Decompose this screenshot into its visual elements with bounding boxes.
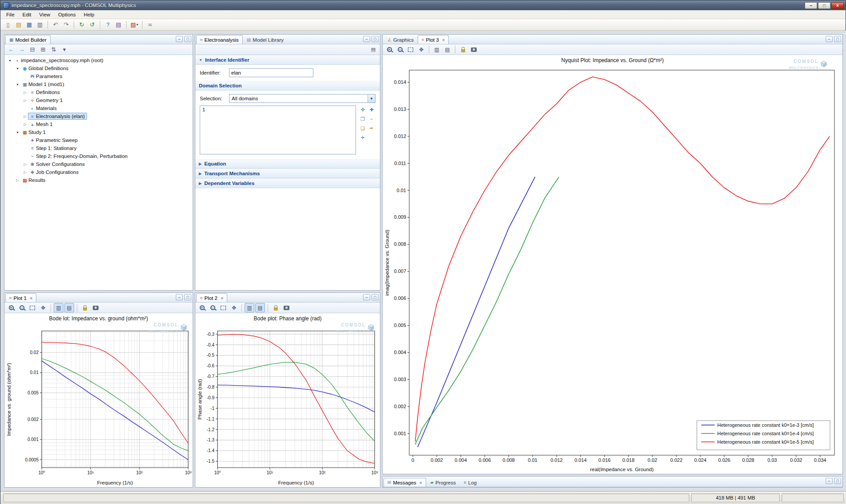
tab-model-library[interactable]: ▤Model Library xyxy=(243,35,288,44)
tree-item-global-definitions[interactable]: ▼◉Global Definitions xyxy=(4,64,193,72)
section-equation[interactable]: ▶Equation xyxy=(195,159,380,169)
tab-progress[interactable]: ▰Progress xyxy=(426,478,460,487)
panel-maximize-button[interactable]: □ xyxy=(834,36,841,42)
y-grid-button[interactable]: ▥ xyxy=(245,303,254,312)
get-initial-values-button[interactable]: ↺ xyxy=(87,20,97,29)
plot3-chart[interactable]: 00.0020.0040.0060.0080.010.0120.0140.016… xyxy=(383,55,842,474)
redo-button[interactable]: ↷ xyxy=(61,20,71,29)
close-tab-icon[interactable]: × xyxy=(221,295,223,301)
tree-item-materials[interactable]: ◐Materials xyxy=(4,104,193,112)
expand-icon[interactable]: ▷ xyxy=(22,98,28,102)
x-grid-button[interactable]: ▤ xyxy=(64,303,74,312)
close-button[interactable]: × xyxy=(831,2,844,9)
show-equation-view-button[interactable]: ▤ xyxy=(369,46,377,54)
x-grid-button[interactable]: ▤ xyxy=(255,303,265,312)
sort-button[interactable]: ⇅ xyxy=(49,45,59,54)
paste-button[interactable]: ❏ xyxy=(359,124,367,132)
plot2-chart[interactable]: 10⁰10¹10²10³-0.3-0.4-0.5-0.6-0.7-0.8-0.9… xyxy=(195,313,380,488)
y-grid-button[interactable]: ▥ xyxy=(432,45,442,54)
expand-icon[interactable]: ▷ xyxy=(22,91,28,94)
panel-minimize-button[interactable]: – xyxy=(176,36,183,42)
collapse-all-button[interactable]: ⊟ xyxy=(28,45,37,54)
tree-item-root[interactable]: ▼▪impedance_spectroscopy.mph (root) xyxy=(4,56,193,64)
zoom-box-button[interactable] xyxy=(218,303,228,312)
close-tab-icon[interactable]: × xyxy=(30,295,32,301)
menu-help[interactable]: Help xyxy=(80,11,99,18)
forward-button[interactable]: → xyxy=(17,45,27,54)
zoom-out-button[interactable]: − xyxy=(395,45,405,54)
zoom-in-button[interactable]: + xyxy=(6,303,16,312)
tab-plot3[interactable]: ≈Plot 3× xyxy=(418,35,449,44)
activate-selection-button[interactable]: ✜ xyxy=(359,106,367,114)
identifier-input[interactable] xyxy=(229,68,313,77)
title-bar[interactable]: impedance_spectroscopy.mph - COMSOL Mult… xyxy=(0,0,846,10)
zoom-extents-button[interactable]: ✥ xyxy=(38,303,48,312)
tab-plot2[interactable]: ≈Plot 2× xyxy=(196,293,227,302)
collapse-icon[interactable]: ▼ xyxy=(15,83,20,86)
panel-minimize-button[interactable]: – xyxy=(363,294,370,300)
expand-icon[interactable]: ▷ xyxy=(22,122,28,126)
tree-item-geometry1[interactable]: ▷✧Geometry 1 xyxy=(4,96,193,104)
tree-item-study1[interactable]: ▼▦Study 1 xyxy=(4,128,193,136)
zoom-box-button[interactable] xyxy=(28,303,37,312)
panel-maximize-button[interactable]: □ xyxy=(184,294,191,300)
tree-item-parameters[interactable]: PiParameters xyxy=(4,72,193,80)
tree-item-job-configurations[interactable]: ▷❖Job Configurations xyxy=(4,168,193,176)
plot-group-button[interactable]: ▨▾ xyxy=(129,20,139,29)
tree-item-electroanalysis[interactable]: ▷≈Electroanalysis (elan) xyxy=(4,112,193,120)
tab-graphics[interactable]: ∠Graphics xyxy=(383,35,418,44)
zoom-extents-button[interactable]: ✥ xyxy=(229,303,239,312)
documentation-button[interactable]: ▤ xyxy=(114,20,123,29)
menu-file[interactable]: File xyxy=(2,11,19,18)
domain-list-item[interactable]: 1 xyxy=(202,107,353,114)
zoom-extents-button[interactable]: ✥ xyxy=(416,45,426,54)
minimize-button[interactable]: – xyxy=(805,2,817,9)
tree-item-step1[interactable]: =Step 1: Stationary xyxy=(4,144,193,152)
collapse-icon[interactable]: ▼ xyxy=(15,67,20,70)
close-tab-icon[interactable]: × xyxy=(442,37,445,43)
panel-minimize-button[interactable]: – xyxy=(363,36,370,42)
tree-item-model1[interactable]: ▼▣Model 1 (mod1) xyxy=(4,80,193,88)
section-dependent-variables[interactable]: ▶Dependent Variables xyxy=(195,178,380,188)
new-button[interactable]: ▯ xyxy=(3,20,13,29)
copy-button[interactable]: ❐ xyxy=(359,115,367,123)
menu-options[interactable]: Options xyxy=(54,11,80,18)
panel-minimize-button[interactable]: – xyxy=(826,36,833,42)
tab-log[interactable]: ≡Log xyxy=(460,478,481,487)
camera-button[interactable] xyxy=(281,303,291,312)
remove-button[interactable]: − xyxy=(368,115,376,123)
tree-item-step2[interactable]: ~Step 2: Frequency-Domain, Perturbation xyxy=(4,152,193,160)
menu-edit[interactable]: Edit xyxy=(19,11,36,18)
panel-minimize-button[interactable]: – xyxy=(826,478,833,484)
zoom-out-button[interactable]: − xyxy=(17,303,27,312)
lock-button[interactable] xyxy=(271,303,281,312)
collapse-icon[interactable]: ▼ xyxy=(7,59,13,62)
camera-button[interactable] xyxy=(469,45,478,54)
section-transport-mechanisms[interactable]: ▶Transport Mechanisms xyxy=(195,169,380,178)
chevron-down-icon[interactable]: ▼ xyxy=(368,94,375,102)
panel-maximize-button[interactable]: □ xyxy=(372,294,379,300)
x-grid-button[interactable]: ▤ xyxy=(443,45,452,54)
expand-all-button[interactable]: ⊞ xyxy=(38,45,48,54)
zoom-out-button[interactable]: − xyxy=(208,303,217,312)
lock-button[interactable] xyxy=(80,303,90,312)
menu-view[interactable]: View xyxy=(35,11,54,18)
expand-icon[interactable]: ▷ xyxy=(22,162,28,166)
maximize-button[interactable]: □ xyxy=(818,2,830,9)
filter-button[interactable]: ▾ xyxy=(59,45,69,54)
panel-maximize-button[interactable]: □ xyxy=(834,478,841,484)
tree-item-solver-configurations[interactable]: ▷✱Solver Configurations xyxy=(4,160,193,168)
lock-button[interactable] xyxy=(458,45,468,54)
print-button[interactable]: ▥ xyxy=(35,20,45,29)
tab-plot1[interactable]: ≈Plot 1× xyxy=(5,293,36,302)
update-solution-button[interactable]: ↻ xyxy=(77,20,87,29)
back-button[interactable]: ← xyxy=(6,45,16,54)
tab-electroanalysis[interactable]: ≈Electroanalysis xyxy=(196,35,243,44)
expand-icon[interactable]: ▷ xyxy=(22,170,28,174)
expand-icon[interactable]: ▷ xyxy=(22,114,28,118)
expand-icon[interactable]: ▷ xyxy=(15,178,20,182)
tree-item-results[interactable]: ▷▤Results xyxy=(4,176,193,184)
close-tab-icon[interactable]: × xyxy=(419,480,422,485)
add-button[interactable]: ✚ xyxy=(368,106,376,114)
zoom-in-button[interactable]: + xyxy=(197,303,207,312)
